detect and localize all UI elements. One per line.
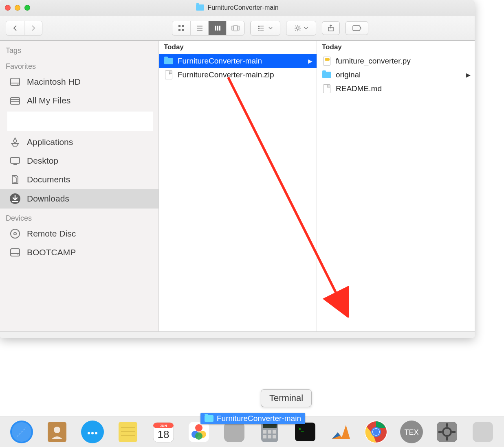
sidebar-item-label: Macintosh HD (27, 77, 81, 87)
gallery-view-button[interactable] (226, 21, 244, 35)
chevron-down-icon (269, 26, 273, 30)
chevron-right-icon: ▶ (466, 72, 471, 78)
dock-app-safari[interactable] (8, 418, 35, 446)
dock-app-texshop[interactable]: TEX (398, 418, 425, 446)
svg-point-81 (373, 429, 379, 435)
file-name: FurnitureConverter-main (178, 57, 262, 66)
sidebar-blank-item (7, 112, 153, 131)
svg-line-25 (299, 30, 300, 31)
column-body[interactable]: furniture_converter.pyoriginal▶README.md (317, 54, 475, 331)
svg-point-50 (88, 432, 90, 434)
sidebar-item-downloads[interactable]: Downloads (0, 189, 158, 208)
file-row[interactable]: FurnitureConverter-main▶ (159, 54, 317, 68)
dragged-item-label: FurnitureConverter-main (217, 414, 301, 423)
list-view-button[interactable] (190, 21, 208, 35)
sidebar-item-label: Downloads (27, 194, 69, 204)
svg-rect-0 (178, 25, 180, 27)
svg-rect-66 (224, 422, 244, 442)
folder-icon (205, 415, 213, 422)
chevron-right-icon (31, 25, 36, 31)
sidebar-item-desktop[interactable]: Desktop (0, 151, 158, 170)
sidebar-item-documents[interactable]: Documents (0, 170, 158, 189)
dragged-item[interactable]: FurnitureConverter-main (200, 413, 305, 424)
hdd-icon (9, 246, 21, 259)
dock-area: Terminal JUN18>_TEX (0, 374, 504, 447)
share-button[interactable] (322, 21, 340, 35)
grid-icon (178, 24, 185, 32)
dock-app-messages[interactable] (79, 418, 106, 446)
action-button[interactable] (286, 21, 316, 35)
dock-app-matlab[interactable] (328, 418, 354, 446)
sidebar-item-remote-disc[interactable]: Remote Disc (0, 224, 158, 243)
svg-text:18: 18 (157, 428, 169, 440)
allfiles-icon (9, 94, 21, 107)
share-icon (328, 24, 334, 32)
forward-button[interactable] (24, 21, 42, 35)
hdd-icon (9, 76, 21, 88)
svg-rect-75 (295, 423, 315, 441)
file-name: FurnitureConverter-main.zip (178, 70, 274, 79)
arrange-button[interactable] (251, 21, 280, 35)
dock-app-disk-utility[interactable] (469, 418, 496, 446)
file-row[interactable]: original▶ (317, 68, 475, 82)
file-row[interactable]: README.md (317, 82, 475, 96)
svg-rect-74 (273, 435, 276, 438)
svg-rect-73 (268, 435, 271, 438)
folder-icon (196, 4, 204, 11)
svg-rect-70 (268, 430, 271, 434)
dock-app-contacts[interactable] (44, 418, 70, 446)
svg-rect-2 (178, 29, 180, 31)
sidebar-item-bootcamp[interactable]: BOOTCAMP (0, 243, 158, 262)
close-window-button[interactable] (5, 5, 11, 11)
chevron-right-icon: ▶ (308, 58, 313, 64)
file-row[interactable]: furniture_converter.py (317, 54, 475, 68)
svg-line-24 (295, 26, 296, 26)
toolbar (0, 15, 475, 41)
svg-rect-10 (232, 26, 233, 30)
svg-point-48 (54, 427, 60, 433)
svg-rect-15 (258, 30, 260, 31)
view-mode-buttons (172, 21, 244, 35)
icon-view-button[interactable] (172, 21, 190, 35)
sidebar-item-all-my-files[interactable]: All My Files (0, 91, 158, 110)
svg-rect-1 (182, 25, 184, 27)
minimize-window-button[interactable] (15, 5, 20, 11)
dock-app-notes[interactable] (114, 418, 141, 446)
window-body: TagsFavoritesMacintosh HDAll My FilesApp… (0, 41, 475, 331)
zoom-window-button[interactable] (24, 5, 30, 11)
svg-point-43 (18, 254, 18, 255)
svg-point-40 (14, 232, 16, 235)
sidebar-item-applications[interactable]: Applications (0, 133, 158, 151)
sidebar-item-macintosh-hd[interactable]: Macintosh HD (0, 72, 158, 91)
sidebar-item-label: BOOTCAMP (27, 248, 76, 257)
svg-point-39 (11, 229, 20, 238)
documents-icon (9, 173, 21, 186)
sidebar-item-label: Remote Disc (27, 229, 76, 239)
downloads-icon (9, 193, 21, 205)
svg-point-65 (195, 432, 202, 440)
sidebar-item-label: Desktop (27, 156, 58, 166)
sidebar-section-header: Favorites (0, 57, 158, 72)
svg-text:JUN: JUN (160, 424, 167, 428)
svg-point-62 (195, 424, 202, 432)
dock-tooltip: Terminal (261, 389, 312, 407)
apps-icon (9, 136, 21, 148)
dock-app-chrome[interactable] (363, 418, 390, 446)
file-row[interactable]: ⋮FurnitureConverter-main.zip (159, 68, 317, 82)
back-button[interactable] (6, 21, 24, 35)
dock-app-system-preferences[interactable] (434, 418, 460, 446)
svg-rect-7 (215, 26, 216, 31)
svg-rect-53 (119, 422, 137, 442)
file-name: furniture_converter.py (336, 57, 411, 66)
tags-button[interactable] (346, 21, 368, 35)
dock-app-calendar[interactable]: JUN18 (150, 418, 176, 446)
svg-rect-90 (473, 422, 493, 442)
column-body[interactable]: FurnitureConverter-main▶⋮FurnitureConver… (159, 54, 317, 331)
chevron-left-icon (12, 25, 18, 31)
sidebar[interactable]: TagsFavoritesMacintosh HDAll My FilesApp… (0, 41, 159, 331)
titlebar[interactable]: FurnitureConverter-main (0, 0, 475, 15)
columns-icon (214, 24, 221, 32)
column-view-button[interactable] (208, 21, 226, 35)
sidebar-item-label: All My Files (27, 96, 70, 105)
svg-line-26 (295, 30, 296, 31)
